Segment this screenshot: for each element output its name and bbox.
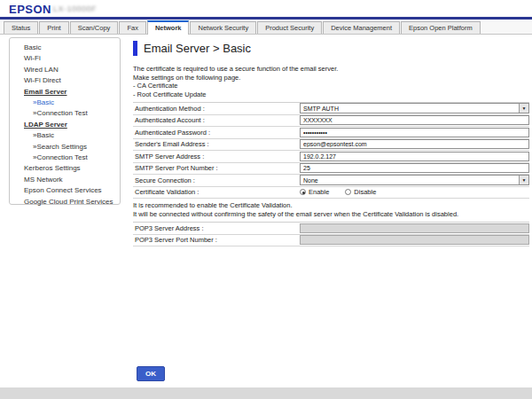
ok-button[interactable]: OK	[137, 366, 165, 381]
table-row: Certificate Validation : Enable Disable	[133, 187, 529, 200]
main-content: Email Server > Basic The certificate is …	[133, 40, 529, 246]
radio-label: Disable	[354, 188, 376, 196]
note-line: It will be connected without confirming …	[133, 210, 529, 219]
sidebar-item-ldap-search-settings[interactable]: »Search Settings	[24, 142, 120, 153]
field-label: Certificate Validation :	[133, 188, 300, 196]
table-row: SMTP Server Port Number :	[133, 163, 529, 176]
smtp-server-port-number-input[interactable]	[300, 163, 529, 173]
pop3-server-address-input	[300, 223, 529, 233]
sidebar-nav: Basic Wi-Fi Wired LAN Wi-Fi Direct Email…	[9, 37, 121, 205]
table-row: POP3 Server Address :	[133, 223, 529, 235]
chevron-down-icon[interactable]: ▼	[519, 176, 528, 184]
sidebar-item-basic[interactable]: Basic	[24, 43, 120, 53]
tab-fax[interactable]: Fax	[119, 21, 146, 34]
tab-bar: Status Print Scan/Copy Fax Network Netwo…	[0, 20, 532, 35]
title-accent-bar	[133, 41, 137, 56]
smtp-server-address-input[interactable]	[300, 152, 529, 161]
tab-epson-open-platform[interactable]: Epson Open Platform	[401, 21, 481, 34]
tab-scan-copy[interactable]: Scan/Copy	[70, 21, 119, 34]
sidebar-item-kerberos-settings[interactable]: Kerberos Settings	[24, 163, 120, 174]
certificate-validation-disable-radio[interactable]	[345, 189, 351, 195]
authenticated-account-input[interactable]	[300, 115, 529, 125]
table-row: POP3 Server Port Number :	[133, 235, 529, 247]
sidebar-item-wifi-direct[interactable]: Wi-Fi Direct	[24, 75, 120, 86]
epson-logo: EPSON	[9, 3, 51, 16]
tab-network-security[interactable]: Network Security	[190, 21, 256, 34]
field-label: POP3 Server Address :	[133, 224, 300, 232]
table-row: Authenticated Account :	[133, 115, 529, 128]
sidebar-item-email-server-basic[interactable]: »Basic	[24, 98, 120, 108]
description-line: - CA Certificate	[133, 82, 529, 90]
pop3-settings-table: POP3 Server Address : POP3 Server Port N…	[133, 222, 529, 246]
page-title-row: Email Server > Basic	[133, 40, 529, 56]
tab-network[interactable]: Network	[147, 20, 190, 35]
table-row: SMTP Server Address :	[133, 151, 529, 163]
field-label: Sender's Email Address :	[133, 140, 300, 148]
sidebar-item-email-server-connection-test[interactable]: »Connection Test	[24, 108, 120, 119]
table-row: Authentication Method : SMTP AUTH ▼	[133, 103, 529, 115]
field-label: Authentication Method :	[133, 105, 300, 113]
sidebar-section-ldap-server[interactable]: LDAP Server	[24, 120, 120, 130]
smtp-settings-table: Authentication Method : SMTP AUTH ▼ Auth…	[133, 102, 529, 199]
sidebar-item-google-cloud-print-services[interactable]: Google Cloud Print Services	[24, 197, 120, 207]
page-title: Email Server > Basic	[144, 42, 251, 55]
senders-email-address-input[interactable]	[300, 139, 529, 149]
selected-value: None	[301, 177, 318, 184]
tab-product-security[interactable]: Product Security	[257, 21, 322, 34]
secure-connection-select[interactable]: None ▼	[300, 175, 529, 185]
description-line: - Root Certificate Update	[133, 90, 529, 99]
field-label: Authenticated Account :	[133, 116, 300, 124]
sidebar-section-email-server[interactable]: Email Server	[24, 87, 120, 98]
sidebar-item-wired-lan[interactable]: Wired LAN	[24, 65, 120, 75]
sidebar-item-epson-connect-services[interactable]: Epson Connect Services	[24, 185, 120, 196]
note-line: It is recommended to enable the Certific…	[133, 201, 529, 210]
table-row: Sender's Email Address :	[133, 139, 529, 152]
certificate-validation-enable-radio[interactable]	[300, 189, 306, 195]
field-label: POP3 Server Port Number :	[133, 236, 300, 244]
field-label: Authenticated Password :	[133, 129, 300, 137]
field-label: SMTP Server Address :	[133, 153, 300, 160]
description-text: The certificate is required to use a sec…	[133, 65, 529, 98]
pop3-server-port-number-input	[300, 235, 529, 245]
radio-label: Enable	[309, 188, 329, 196]
certificate-validation-note: It is recommended to enable the Certific…	[133, 201, 529, 218]
email-server-basic-page: EPSON LX-10000F Status Print Scan/Copy F…	[0, 0, 532, 399]
table-row: Secure Connection : None ▼	[133, 175, 529, 187]
sidebar-item-ldap-basic[interactable]: »Basic	[24, 130, 120, 141]
tab-status[interactable]: Status	[4, 21, 38, 34]
description-line: Make settings on the following page.	[133, 74, 529, 82]
description-line: The certificate is required to use a sec…	[133, 65, 529, 74]
sidebar-item-ldap-connection-test[interactable]: »Connection Test	[24, 153, 120, 163]
selected-value: SMTP AUTH	[301, 106, 339, 112]
field-label: Secure Connection :	[133, 176, 300, 184]
chevron-down-icon[interactable]: ▼	[519, 104, 528, 113]
table-row: Authenticated Password :	[133, 127, 529, 139]
authentication-method-select[interactable]: SMTP AUTH ▼	[300, 103, 529, 113]
printer-model-name: LX-10000F	[53, 4, 97, 13]
sidebar-item-ms-network[interactable]: MS Network	[24, 175, 120, 185]
tab-print[interactable]: Print	[39, 21, 68, 34]
authenticated-password-input[interactable]	[300, 128, 529, 137]
header: EPSON LX-10000F	[0, 0, 532, 17]
footer-bar	[0, 387, 532, 399]
sidebar-item-wifi[interactable]: Wi-Fi	[24, 53, 120, 64]
tab-device-management[interactable]: Device Management	[323, 21, 400, 34]
field-label: SMTP Server Port Number :	[133, 164, 300, 172]
